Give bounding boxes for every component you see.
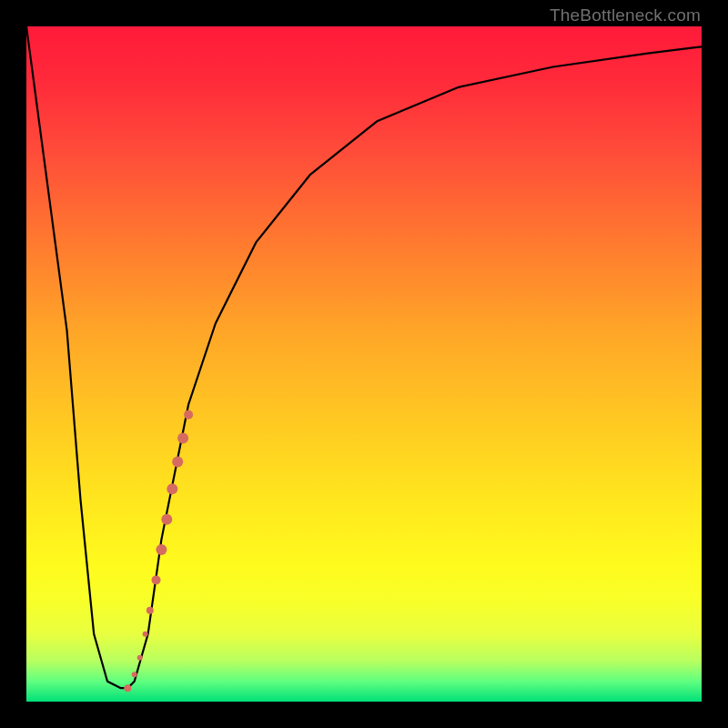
marker-dot: [132, 672, 137, 677]
bottleneck-curve: [26, 26, 702, 688]
curve-layer: [26, 26, 702, 702]
marker-dot: [172, 457, 183, 468]
marker-dot: [184, 410, 193, 420]
marker-dot: [143, 632, 148, 637]
marker-dot: [177, 433, 188, 444]
marker-dot: [156, 544, 167, 555]
marker-dot: [167, 483, 177, 494]
marker-dot: [161, 514, 172, 525]
marker-band: [124, 410, 193, 693]
plot-area: [26, 26, 702, 702]
marker-dot: [147, 607, 154, 614]
marker-dot: [137, 655, 143, 661]
marker-dot: [152, 575, 161, 584]
watermark-text: TheBottleneck.com: [550, 5, 701, 25]
chart-frame: TheBottleneck.com: [0, 0, 728, 728]
marker-dot: [124, 684, 131, 692]
